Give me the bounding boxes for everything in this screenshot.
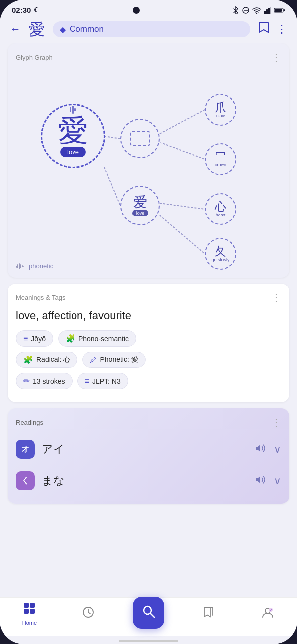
- reading-on-text: アイ: [42, 442, 256, 457]
- phone-frame: 02:30 ☾: [0, 0, 297, 644]
- main-kanji-label: love: [60, 147, 86, 157]
- nav-profile[interactable]: ✓: [253, 606, 283, 622]
- heart-char: 心: [215, 201, 226, 213]
- moon-icon: ☾: [34, 6, 40, 14]
- glyph-card-title: Glyph Graph: [16, 54, 53, 61]
- svg-text:✓: ✓: [270, 608, 273, 612]
- reading-kun-sound-button[interactable]: [256, 474, 267, 488]
- svg-rect-18: [74, 108, 76, 111]
- nav-actions: ⋮: [258, 21, 287, 37]
- svg-rect-19: [16, 266, 17, 268]
- crown-node[interactable]: 冖 crown: [205, 143, 236, 175]
- love-sub-label: love: [132, 210, 148, 216]
- heart-label: heart: [216, 213, 226, 217]
- tag-joyo[interactable]: ≡ Jōyō: [16, 330, 53, 347]
- svg-line-15: [160, 215, 205, 254]
- pen-icon: 🖊: [90, 356, 97, 364]
- svg-rect-25: [24, 603, 29, 608]
- more-button[interactable]: ⋮: [276, 23, 287, 36]
- svg-line-14: [160, 203, 205, 209]
- main-kanji-char: 愛: [58, 115, 88, 146]
- svg-rect-4: [266, 9, 268, 14]
- glyph-graph-area: 愛 love 爱 love 爪 claw: [16, 69, 281, 258]
- svg-rect-6: [270, 7, 271, 14]
- tags-row-3: ✏ 13 strokes ≡ JLPT: N3: [16, 373, 281, 389]
- strokes-text: 13 strokes: [33, 377, 65, 385]
- meanings-more-button[interactable]: ⋮: [271, 291, 281, 303]
- svg-rect-28: [30, 609, 35, 614]
- center-node-inner: [130, 131, 150, 146]
- svg-rect-5: [268, 8, 270, 14]
- camera-notch: [133, 7, 140, 14]
- tag-jlpt[interactable]: ≡ JLPT: N3: [77, 373, 128, 389]
- meanings-text: love, affection, favourite: [16, 309, 281, 322]
- reading-kun-expand-button[interactable]: ∨: [274, 475, 281, 487]
- svg-rect-3: [264, 11, 266, 14]
- tag-strokes[interactable]: ✏ 13 strokes: [16, 373, 73, 389]
- nav-bookmarks[interactable]: [194, 606, 223, 622]
- main-kanji-node[interactable]: 愛 love: [41, 104, 105, 168]
- svg-line-34: [150, 613, 154, 617]
- glyph-card-header: Glyph Graph ⋮: [16, 51, 281, 63]
- svg-rect-23: [22, 265, 23, 267]
- readings-card-title: Readings: [16, 419, 43, 426]
- reading-kun-text: まな: [42, 473, 256, 488]
- history-icon: [82, 606, 95, 622]
- content-scroll[interactable]: Glyph Graph ⋮: [0, 43, 297, 597]
- slow-char: 夂: [215, 245, 226, 257]
- diamond-icon: ◆: [60, 25, 66, 34]
- crown-char: 冖: [215, 151, 226, 162]
- svg-line-12: [160, 143, 205, 159]
- tags-row-1: ≡ Jōyō 🧩 Phono-semantic: [16, 330, 281, 347]
- love-sub-node[interactable]: 爱 love: [120, 186, 160, 225]
- center-component-node[interactable]: [120, 119, 160, 158]
- home-icon: [23, 602, 36, 618]
- battery-icon: [274, 7, 285, 13]
- common-badge[interactable]: ◆ Common: [53, 21, 250, 37]
- glyph-more-button[interactable]: ⋮: [271, 51, 281, 63]
- nav-home[interactable]: Home: [14, 602, 44, 626]
- bookmarks-nav-icon: [202, 606, 215, 622]
- home-label: Home: [22, 620, 37, 626]
- slow-node[interactable]: 夂 go slowly: [205, 238, 236, 270]
- list-icon: ≡: [23, 334, 28, 343]
- search-fab-icon: [141, 604, 156, 622]
- svg-rect-20: [17, 264, 18, 268]
- readings-card: Readings ⋮ オ アイ ∨: [8, 408, 289, 504]
- tag-radical[interactable]: 🧩 Radical: 心: [16, 352, 77, 368]
- radical-text: Radical: 心: [36, 356, 70, 364]
- meanings-card: Meanings & Tags ⋮ love, affection, favou…: [8, 284, 289, 402]
- sound-decoration-icon: [69, 104, 77, 115]
- phonetic-wave-icon: [16, 262, 25, 270]
- svg-line-10: [104, 136, 120, 139]
- bookmark-button[interactable]: [258, 21, 269, 37]
- meanings-card-title: Meanings & Tags: [16, 294, 66, 301]
- nav-history[interactable]: [74, 606, 103, 622]
- joyo-text: Jōyō: [31, 335, 46, 343]
- back-button[interactable]: ←: [10, 24, 21, 35]
- claw-node[interactable]: 爪 claw: [205, 94, 236, 126]
- readings-more-button[interactable]: ⋮: [271, 416, 281, 428]
- reading-on-sound-button[interactable]: [256, 443, 267, 456]
- reading-on-expand-button[interactable]: ∨: [274, 443, 281, 455]
- svg-point-2: [256, 12, 257, 13]
- reading-on-badge: オ: [16, 440, 35, 459]
- phonetic-tag-text: Phonetic: 愛: [100, 356, 138, 364]
- tag-phono-semantic[interactable]: 🧩 Phono-semantic: [58, 330, 136, 347]
- slow-label: go slowly: [211, 257, 229, 262]
- status-icons: [232, 6, 285, 14]
- tag-phonetic[interactable]: 🖊 Phonetic: 愛: [82, 352, 145, 368]
- heart-node[interactable]: 心 heart: [205, 193, 236, 225]
- search-fab-button[interactable]: [133, 597, 164, 629]
- puzzle-icon-1: 🧩: [66, 334, 75, 343]
- love-sub-char: 爱: [133, 195, 147, 209]
- svg-line-13: [104, 167, 120, 206]
- svg-rect-22: [20, 264, 21, 268]
- dnd-icon: [242, 7, 249, 14]
- puzzle-icon-2: 🧩: [23, 355, 33, 364]
- tags-row-2: 🧩 Radical: 心 🖊 Phonetic: 愛: [16, 352, 281, 368]
- reading-kun-row: く まな ∨: [16, 465, 281, 496]
- jlpt-icon: ≡: [85, 377, 89, 386]
- bottom-nav: Home: [0, 597, 297, 636]
- jlpt-text: JLPT: N3: [92, 377, 121, 385]
